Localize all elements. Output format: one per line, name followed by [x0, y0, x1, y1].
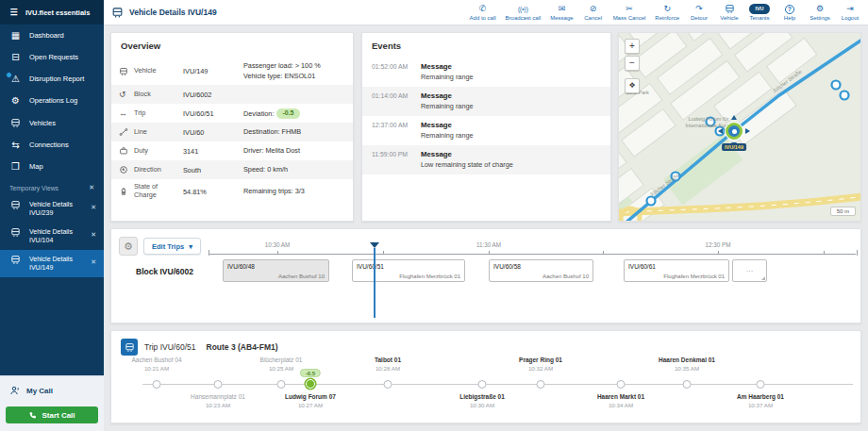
help-button[interactable]: ? Help	[779, 5, 800, 21]
start-call-button[interactable]: Start Call	[6, 406, 98, 423]
axis-tick	[489, 251, 490, 255]
vehicle-marker[interactable]	[726, 123, 743, 140]
stop-marker	[214, 380, 223, 389]
sidebar-item-label: Operations Log	[29, 96, 77, 105]
disruption-icon: ⚠	[9, 75, 22, 84]
vehicle-marker-arrow	[745, 128, 750, 134]
connections-icon: ⇆	[9, 141, 22, 150]
detour-button[interactable]: ↷ Detour	[689, 4, 709, 21]
stop-marker	[153, 380, 161, 389]
block-label: Block IVU/6002	[136, 267, 193, 276]
stop-marker	[683, 380, 692, 389]
more-trips-box[interactable]: …	[732, 259, 767, 282]
close-icon[interactable]: ✕	[91, 203, 96, 211]
message-icon: ✉	[559, 4, 566, 14]
events-title: Events	[362, 33, 610, 58]
my-call-button[interactable]: My Call	[0, 376, 104, 403]
phone-icon	[28, 411, 37, 420]
sidebar-item-vehicle-details-149[interactable]: Vehicle DetailsIVU/149 ✕	[0, 250, 104, 277]
deviation-badge: -0.5	[276, 108, 299, 119]
events-panel: Events 01:52:00 AM MessageRemaining rang…	[361, 32, 611, 222]
bus-icon	[111, 7, 124, 19]
cancel-button[interactable]: ⊘ Cancel	[583, 4, 604, 21]
axis-tick-label: 10:30 AM	[265, 241, 291, 248]
stop-label: Aachen Bushof 0410:21 AM	[131, 356, 181, 373]
event-item: 12:37:00 AM MessageRemaining range	[362, 116, 610, 145]
trip-segment-60-58[interactable]: IVU/60/58 Aachen Bushof 10	[489, 259, 593, 282]
sidebar-item-label: Open Requests	[29, 53, 78, 61]
notification-badge	[6, 72, 12, 78]
overview-row-line: Line IVU/60 Destination: FHMB	[111, 123, 353, 141]
logout-button[interactable]: ⇥ Logout	[840, 4, 860, 21]
close-icon[interactable]: ✕	[89, 184, 94, 191]
map-zoom-out-button[interactable]: −	[625, 56, 640, 71]
add-to-call-button[interactable]: ✆ Add to call	[470, 4, 496, 21]
mass-cancel-icon: ✂	[626, 4, 633, 14]
map-canvas[interactable]: Lufa-Park Ludwig Forum für International…	[618, 32, 861, 222]
person-call-icon	[9, 385, 21, 396]
map-expand-button[interactable]: ❖	[625, 78, 640, 93]
dashboard-icon: ▦	[9, 31, 22, 41]
stop-marker	[617, 380, 626, 389]
bus-icon	[725, 4, 735, 14]
stop-label: Am Haarberg 0110:37 AM	[737, 393, 784, 410]
sidebar-item-open-requests[interactable]: ⊟ Open Requests	[0, 46, 104, 68]
sidebar-item-vehicle-details-104[interactable]: Vehicle DetailsIVU/104 ✕	[0, 223, 104, 250]
trip-segment-60-61[interactable]: IVU/60/61 Flughafen Merzbrück 01	[624, 259, 729, 282]
broadcast-call-button[interactable]: ((•)) Broadcast call	[506, 4, 542, 21]
reinforce-button[interactable]: ↻ Reinforce	[655, 4, 679, 21]
bus-icon	[119, 67, 134, 76]
trip-segment-60-51[interactable]: IVU/60/51 Flughafen Merzbrück 01	[352, 259, 465, 282]
map-stop-marker	[832, 81, 841, 90]
sidebar-item-map[interactable]: ❒ Map	[0, 156, 104, 177]
map-zoom-in-button[interactable]: +	[625, 39, 640, 54]
close-icon[interactable]: ✕	[91, 230, 96, 239]
top-bar: Vehicle Details IVU/149 ✆ Add to call ((…	[104, 0, 868, 25]
mass-cancel-button[interactable]: ✂ Mass Cancel	[613, 4, 646, 21]
bus-icon	[9, 118, 22, 128]
stop-label: Hansemannplatz 0110:23 AM	[191, 393, 245, 410]
sidebar-item-connections[interactable]: ⇆ Connections	[0, 134, 104, 156]
tenants-button[interactable]: IVU Tenants	[749, 4, 770, 21]
event-item: 01:14:00 AM MessageRemaining range	[362, 87, 610, 116]
current-stop-label: Ludwig Forum 0710:27 AM	[285, 393, 336, 410]
sidebar-item-vehicle-details-239[interactable]: Vehicle DetailsIVU/239 ✕	[0, 195, 104, 223]
trip-stops-panel: Trip IVU/60/51 Route 3 (AB4-FM1) -0.5 Aa…	[110, 330, 861, 423]
map-stop-marker	[841, 91, 849, 100]
axis-tick	[277, 251, 278, 255]
operations-log-icon: ⚙	[9, 96, 22, 106]
stop-label: Blücherplatz 0110:25 AM	[260, 356, 303, 373]
sidebar-item-disruption-report[interactable]: ⚠ Disruption Report	[0, 68, 104, 90]
hamburger-menu-icon[interactable]: ☰	[8, 8, 20, 17]
axis-tick-label: 12:30 PM	[706, 241, 731, 248]
stop-marker	[277, 380, 286, 389]
stop-label: Haaren Denkmal 0110:35 AM	[659, 356, 715, 373]
close-icon[interactable]: ✕	[91, 257, 96, 266]
sidebar-item-label: Map	[29, 162, 43, 171]
message-button[interactable]: ✉ Message	[550, 4, 573, 21]
bus-icon	[121, 339, 138, 356]
current-time-playhead[interactable]	[374, 248, 376, 318]
briefcase-icon	[119, 146, 134, 156]
trip-title: Trip IVU/60/51	[144, 342, 196, 352]
sidebar-item-operations-log[interactable]: ⚙ Operations Log	[0, 90, 104, 111]
sidebar-item-dashboard[interactable]: ▦ Dashboard	[0, 25, 104, 46]
sidebar-item-vehicles[interactable]: Vehicles	[0, 111, 104, 134]
block-icon: ↺	[119, 91, 134, 99]
detour-icon: ↷	[695, 4, 703, 14]
settings-button[interactable]: ⚙ Settings	[810, 4, 830, 21]
stop-label: Prager Ring 0110:32 AM	[519, 356, 562, 373]
reinforce-icon: ↻	[663, 4, 671, 14]
stop-label: Haaren Markt 0110:34 AM	[597, 393, 644, 410]
tenants-icon: IVU	[749, 4, 769, 14]
bus-icon	[9, 227, 22, 238]
trip-route: Route 3 (AB4-FM1)	[207, 342, 278, 352]
vehicle-button[interactable]: Vehicle	[719, 4, 740, 21]
overview-row-direction: Direction South Speed: 0 km/h	[111, 160, 353, 179]
start-call-label: Start Call	[42, 411, 75, 420]
temporary-view-label: Vehicle DetailsIVU/104	[29, 227, 73, 245]
broadcast-icon: ((•))	[518, 4, 528, 14]
edit-trips-button[interactable]: Edit Trips ▾	[143, 238, 201, 255]
trip-segment-60-48[interactable]: IVU/60/48 Aachen Bushof 10	[223, 259, 329, 282]
timeline-settings-button[interactable]: ⚙	[119, 237, 138, 256]
